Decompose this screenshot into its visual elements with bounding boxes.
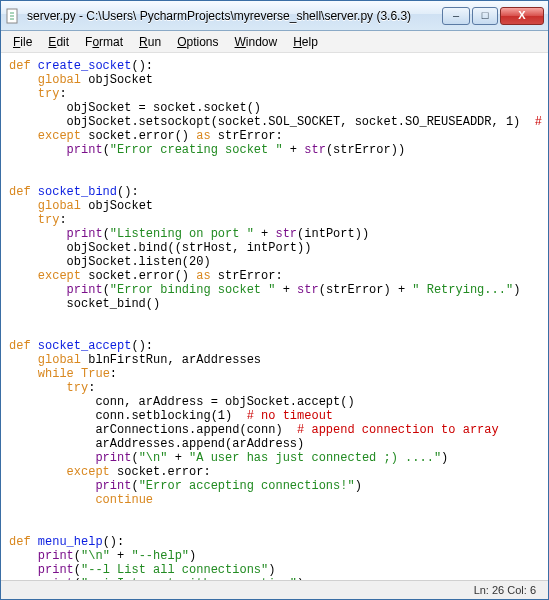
menu-label: ile xyxy=(20,35,32,49)
code-line: conn.setblocking(1) # no timeout xyxy=(9,409,548,423)
code-line: except socket.error: xyxy=(9,465,548,479)
menu-label: elp xyxy=(302,35,318,49)
code-line: global objSocket xyxy=(9,73,548,87)
code-line: global objSocket xyxy=(9,199,548,213)
menu-label: ptions xyxy=(186,35,218,49)
code-line xyxy=(9,507,548,521)
code-line: continue xyxy=(9,493,548,507)
window-title: server.py - C:\Users\ PycharmProjects\my… xyxy=(27,9,442,23)
menu-run[interactable]: Run xyxy=(131,33,169,51)
code-line: print("Error accepting connections!") xyxy=(9,479,548,493)
cursor-position: Ln: 26 Col: 6 xyxy=(474,584,536,596)
code-line xyxy=(9,521,548,535)
code-line: arConnections.append(conn) # append conn… xyxy=(9,423,548,437)
code-line: objSocket.bind((strHost, intPort)) xyxy=(9,241,548,255)
menu-options[interactable]: Options xyxy=(169,33,226,51)
code-line: try: xyxy=(9,381,548,395)
python-file-icon xyxy=(5,8,21,24)
code-line: objSocket.setsockopt(socket.SOL_SOCKET, … xyxy=(9,115,548,129)
menu-format[interactable]: Format xyxy=(77,33,131,51)
minimize-button[interactable]: – xyxy=(442,7,470,25)
code-line: socket_bind() xyxy=(9,297,548,311)
code-line: print("\n" + "A user has just connected … xyxy=(9,451,548,465)
code-line: global blnFirstRun, arAddresses xyxy=(9,353,548,367)
menu-label: rmat xyxy=(99,35,123,49)
menu-bar: File Edit Format Run Options Window Help xyxy=(1,31,548,53)
code-line xyxy=(9,157,548,171)
code-line: while True: xyxy=(9,367,548,381)
close-button[interactable]: X xyxy=(500,7,544,25)
code-line: objSocket.listen(20) xyxy=(9,255,548,269)
code-line: objSocket = socket.socket() xyxy=(9,101,548,115)
code-line: print("\n" + "--help") xyxy=(9,549,548,563)
code-line: arAddresses.append(arAddress) xyxy=(9,437,548,451)
code-line: try: xyxy=(9,87,548,101)
code-line: except socket.error() as strError: xyxy=(9,129,548,143)
menu-file[interactable]: File xyxy=(5,33,40,51)
menu-window[interactable]: Window xyxy=(227,33,286,51)
code-line: def menu_help(): xyxy=(9,535,548,549)
title-bar: server.py - C:\Users\ PycharmProjects\my… xyxy=(1,1,548,31)
code-line: def create_socket(): xyxy=(9,59,548,73)
menu-label: dit xyxy=(56,35,69,49)
code-line: def socket_accept(): xyxy=(9,339,548,353)
close-icon: X xyxy=(518,10,525,21)
code-line: except socket.error() as strError: xyxy=(9,269,548,283)
maximize-button[interactable]: □ xyxy=(472,7,498,25)
code-line xyxy=(9,325,548,339)
code-line xyxy=(9,171,548,185)
menu-edit[interactable]: Edit xyxy=(40,33,77,51)
menu-underline: H xyxy=(293,35,302,49)
code-line: print("--l List all connections") xyxy=(9,563,548,577)
menu-underline: R xyxy=(139,35,148,49)
code-editor[interactable]: def create_socket(): global objSocket tr… xyxy=(1,53,548,580)
menu-help[interactable]: Help xyxy=(285,33,326,51)
menu-label: indow xyxy=(246,35,277,49)
code-line: try: xyxy=(9,213,548,227)
window-controls: – □ X xyxy=(442,7,544,25)
code-line: print("Listening on port " + str(intPort… xyxy=(9,227,548,241)
minimize-icon: – xyxy=(453,10,459,21)
code-line: print("Error binding socket " + str(strE… xyxy=(9,283,548,297)
menu-label: un xyxy=(148,35,161,49)
maximize-icon: □ xyxy=(482,10,489,21)
code-line: def socket_bind(): xyxy=(9,185,548,199)
code-line xyxy=(9,311,548,325)
code-line: conn, arAddress = objSocket.accept() xyxy=(9,395,548,409)
menu-underline: W xyxy=(235,35,246,49)
status-bar: Ln: 26 Col: 6 xyxy=(1,580,548,599)
code-line: print("Error creating socket " + str(str… xyxy=(9,143,548,157)
